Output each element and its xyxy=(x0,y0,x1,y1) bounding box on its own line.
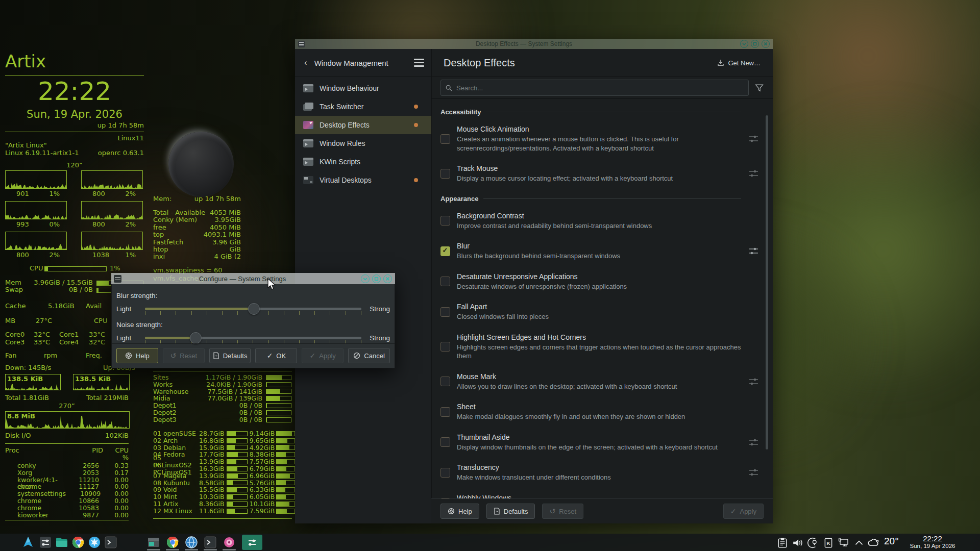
dialog-apply-button[interactable]: ✓ Apply xyxy=(302,348,344,363)
effects-list: AccessibilityMouse Click AnimationCreate… xyxy=(431,99,768,499)
process-row: kioworker98770.00 xyxy=(5,512,129,519)
pinned-files-icon[interactable] xyxy=(55,536,68,549)
pinned-chrome-icon[interactable] xyxy=(71,536,85,549)
search-icon xyxy=(446,85,452,91)
configure-effect-icon[interactable] xyxy=(749,438,758,447)
effect-checkbox[interactable] xyxy=(440,216,450,226)
search-input[interactable]: Search... xyxy=(440,80,749,96)
back-icon[interactable]: ‹ xyxy=(304,58,307,68)
sidebar-item-window-rules[interactable]: Window Rules xyxy=(295,134,431,153)
app-launcher-artix-icon[interactable] xyxy=(21,536,35,549)
effect-checkbox[interactable] xyxy=(440,342,450,352)
filesystem-row: Works24.0KiB / 1.90GiB xyxy=(153,381,292,388)
configure-effect-icon[interactable] xyxy=(749,134,758,143)
help-button[interactable]: Help xyxy=(440,504,479,519)
effect-row-translucency: TranslucencyMake windows translucent und… xyxy=(440,463,741,482)
effect-checkbox[interactable] xyxy=(440,407,450,417)
task-media-app-icon[interactable] xyxy=(223,536,236,549)
reset-button[interactable]: ↺ Reset xyxy=(542,504,583,519)
noise-strength-slider[interactable] xyxy=(145,332,361,344)
dialog-close-button[interactable] xyxy=(383,274,392,283)
pinned-kde-app-icon[interactable] xyxy=(88,536,101,549)
conky-membar-value: 3.96GiB / 15.5GiB xyxy=(31,279,93,286)
conky-net-scale-label: 270” xyxy=(5,402,129,410)
section-header: Appearance xyxy=(440,195,741,203)
sidebar-item-window-behaviour[interactable]: Window Behaviour xyxy=(295,79,431,97)
noise-strength-label: Noise strength: xyxy=(116,321,163,329)
effect-checkbox[interactable] xyxy=(440,468,450,478)
distro-row: 10 Mint10.3GiB6.05GiB xyxy=(153,493,295,500)
sidebar-item-kwin-scripts[interactable]: KWin Scripts xyxy=(295,153,431,171)
pinned-settings-icon[interactable] xyxy=(39,536,52,549)
distro-row: 07 Mageia13.9GiB6.96GiB xyxy=(153,472,295,480)
scrollbar[interactable] xyxy=(766,115,768,449)
conky-diskio-label: Disk I/O xyxy=(5,432,31,439)
dialog-help-icon xyxy=(125,352,132,359)
weather-cloud-icon[interactable] xyxy=(867,537,881,547)
pinned-terminal-icon[interactable] xyxy=(104,536,117,549)
dialog-cancel-button[interactable]: Cancel xyxy=(348,348,390,363)
filesystem-row: Midia77.0GiB / 139GiB xyxy=(153,395,292,402)
dialog-ok-button[interactable]: ✓ OK xyxy=(255,348,297,363)
apply-button[interactable]: ✓ Apply xyxy=(723,504,764,519)
section-header: Accessibility xyxy=(440,108,741,116)
minimize-button[interactable] xyxy=(740,40,748,48)
task-chrome-icon[interactable] xyxy=(166,536,179,549)
configure-dialog: Configure — System Settings Blur strengt… xyxy=(111,273,395,368)
dialog-body: Blur strength: Light Strong Noise streng… xyxy=(111,284,395,368)
conky-fan-label: Fan xyxy=(5,352,17,359)
effect-checkbox[interactable] xyxy=(440,169,450,179)
effect-checkbox[interactable] xyxy=(440,377,450,386)
effect-checkbox[interactable] xyxy=(440,246,450,256)
effect-checkbox[interactable] xyxy=(440,437,450,447)
distro-row: 03 Debian15.9GiB4.92GiB xyxy=(153,444,295,452)
configure-effect-icon[interactable] xyxy=(749,169,758,178)
window-icon xyxy=(303,84,313,92)
effect-checkbox[interactable] xyxy=(440,307,450,317)
blur-strength-slider[interactable] xyxy=(145,303,361,315)
dialog-minimize-button[interactable] xyxy=(361,274,370,283)
display-icon[interactable] xyxy=(838,537,849,547)
dialog-cancel-icon xyxy=(353,352,360,359)
configure-effect-icon[interactable] xyxy=(749,468,758,477)
search-placeholder: Search... xyxy=(456,84,483,92)
maximize-button[interactable] xyxy=(751,40,759,48)
clipboard-icon[interactable] xyxy=(777,537,788,547)
night-color-icon[interactable] xyxy=(807,537,819,547)
blur-slider-handle[interactable] xyxy=(248,303,260,315)
volume-icon[interactable] xyxy=(792,537,803,547)
sidebar-item-virtual-desktops[interactable]: Virtual Desktops xyxy=(295,171,431,189)
effect-checkbox[interactable] xyxy=(440,277,450,286)
filter-icon[interactable] xyxy=(755,84,764,92)
dialog-maximize-button[interactable] xyxy=(372,274,381,283)
dialog-defaults-button[interactable]: Defaults xyxy=(209,348,251,363)
sidebar-item-task-switcher[interactable]: Task Switcher xyxy=(295,97,431,116)
configure-effect-icon[interactable] xyxy=(749,246,758,256)
tray-expand-icon[interactable] xyxy=(853,537,865,547)
noise-slider-handle[interactable] xyxy=(190,332,202,344)
dialog-help-button[interactable]: Help xyxy=(116,348,158,363)
weather-temperature[interactable]: 20° xyxy=(884,536,899,547)
window-icon xyxy=(303,139,313,147)
cpu-core-graph: 10381% xyxy=(81,232,143,259)
keepass-icon[interactable]: K xyxy=(823,537,834,547)
window-titlebar[interactable]: Desktop Effects — System Settings xyxy=(295,39,773,49)
dialog-titlebar[interactable]: Configure — System Settings xyxy=(111,273,395,285)
defaults-button[interactable]: Defaults xyxy=(486,504,535,519)
effect-row-fall-apart: Fall ApartClosed windows fall into piece… xyxy=(440,303,741,321)
task-file-manager-icon[interactable] xyxy=(147,536,160,549)
sidebar-item-desktop-effects[interactable]: Desktop Effects xyxy=(295,116,431,134)
defaults-icon xyxy=(494,508,500,515)
conky-cpubar-label: CPU xyxy=(30,264,43,272)
task-terminal-icon[interactable] xyxy=(204,536,217,549)
close-button[interactable] xyxy=(762,40,770,48)
get-new-button[interactable]: Get New… xyxy=(717,59,761,67)
conky-net-up-graph: 138.5 KiB xyxy=(73,374,130,390)
configure-effect-icon[interactable] xyxy=(749,377,758,386)
task-konqueror-icon[interactable] xyxy=(185,536,198,549)
digital-clock[interactable]: 22:22 Sun, 19 Apr 2026 xyxy=(899,535,966,549)
task-system-settings-active[interactable] xyxy=(242,535,262,550)
menu-icon[interactable] xyxy=(414,59,424,66)
effect-checkbox[interactable] xyxy=(440,134,450,144)
dialog-reset-button[interactable]: ↺ Reset xyxy=(163,348,205,363)
